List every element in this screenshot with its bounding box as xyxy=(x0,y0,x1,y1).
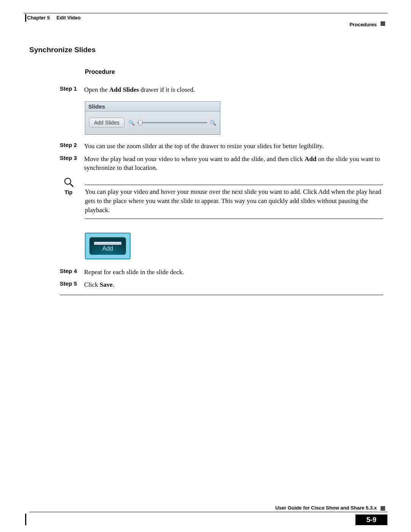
zoom-slider[interactable]: 🔍 🔍 xyxy=(128,120,216,126)
section-title: Synchronize Slides xyxy=(29,46,383,54)
svg-line-1 xyxy=(70,184,73,187)
step-label: Step 5 xyxy=(60,280,84,287)
add-slides-button[interactable]: Add Slides xyxy=(89,118,124,128)
step-label: Step 4 xyxy=(60,268,84,274)
step-text: Repeat for each slide in the slide deck. xyxy=(84,268,383,277)
step-text: Click Save. xyxy=(84,280,383,289)
page-header: Chapter 5 Edit Video Procedures xyxy=(24,13,387,26)
tip-block: Tip You can play your video and hover yo… xyxy=(60,176,383,219)
footer-square-icon xyxy=(381,506,385,511)
tip-text: You can play your video and hover your m… xyxy=(85,187,383,214)
step-4: Step 4 Repeat for each slide in the slid… xyxy=(60,268,383,277)
footer-guide-title: User Guide for Cisco Show and Share 5.3.… xyxy=(275,505,377,511)
footer-left-bar xyxy=(25,514,26,525)
step-text: Move the play head on your video to wher… xyxy=(84,155,383,173)
end-procedure-rule xyxy=(60,295,383,295)
slides-drawer-figure: Slides Add Slides 🔍 🔍 xyxy=(85,101,383,135)
step-label: Step 3 xyxy=(60,155,84,161)
step-label: Step 1 xyxy=(60,85,84,92)
step-1: Step 1 Open the Add Slides drawer if it … xyxy=(60,85,383,94)
page-number: 5-9 xyxy=(355,514,387,525)
chapter-title: Edit Video xyxy=(57,15,81,21)
tip-label: Tip xyxy=(60,189,77,195)
procedure-heading: Procedure xyxy=(85,69,383,75)
slider-thumb[interactable] xyxy=(139,120,142,125)
header-left-bar xyxy=(25,14,26,22)
step-text: You can use the zoom slider at the top o… xyxy=(84,142,383,151)
step-2: Step 2 You can use the zoom slider at th… xyxy=(60,142,383,151)
step-3: Step 3 Move the play head on your video … xyxy=(60,155,383,173)
slider-track[interactable] xyxy=(137,122,207,123)
header-right-label: Procedures xyxy=(349,22,377,27)
footer-rule xyxy=(29,512,387,512)
chapter-number: Chapter 5 xyxy=(27,15,50,21)
zoom-in-icon: 🔍 xyxy=(210,120,216,126)
header-square-icon xyxy=(381,21,385,26)
slides-tab: Slides xyxy=(85,102,220,112)
add-button-label: Add xyxy=(102,245,113,252)
step-label: Step 2 xyxy=(60,142,84,148)
add-slide-thumbnail-figure: Add xyxy=(85,233,131,259)
step-5: Step 5 Click Save. xyxy=(60,280,383,289)
zoom-out-icon: 🔍 xyxy=(128,120,135,126)
step-text: Open the Add Slides drawer if it is clos… xyxy=(84,85,383,94)
tip-icon xyxy=(63,176,74,188)
